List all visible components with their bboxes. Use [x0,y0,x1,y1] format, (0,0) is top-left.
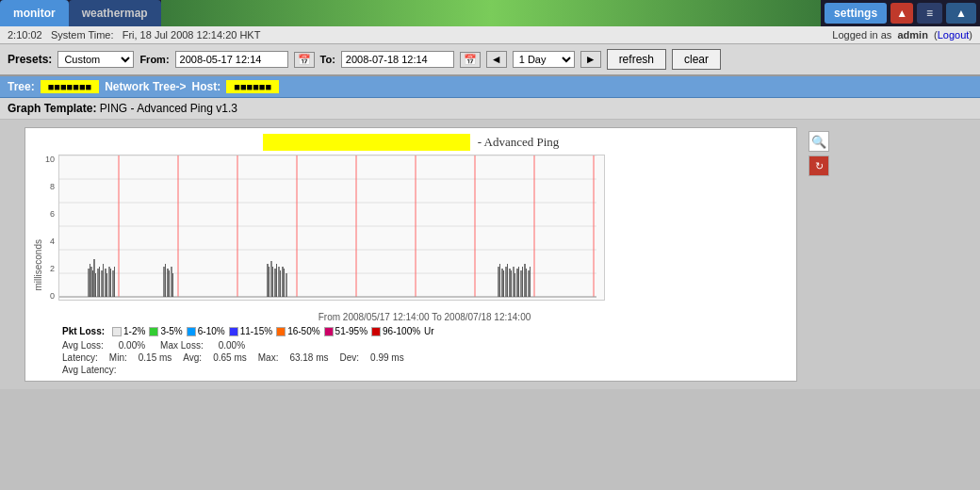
legend: Pkt Loss: 1-2% 3-5% 6-10% [58,326,791,336]
graph-container: - Advanced Ping milliseconds 10 8 6 4 2 … [24,127,797,382]
svg-rect-48 [284,269,285,297]
dev-label: Dev: [340,352,360,363]
legend-label-16-50: 16-50% [287,326,319,336]
presets-label: Presets: [8,53,52,66]
legend-color-11-15 [229,327,238,336]
host-label: Host: [192,80,221,93]
nav-right-buttons: settings ▲ ≡ ▲ [821,0,980,26]
chart-time-range: From 2008/05/17 12:14:00 To 2008/07/18 1… [58,312,791,322]
system-time: 2:10:02 System Time: Fri, 18 Jul 2008 12… [8,29,260,41]
svg-rect-25 [101,270,103,297]
avg-loss-value: 0.00% [119,340,145,351]
svg-rect-38 [172,273,173,297]
legend-3-5: 3-5% [149,326,182,336]
graph-title-bar [263,134,470,151]
dev-value: 0.99 ms [370,352,404,363]
svg-rect-19 [90,267,92,297]
alert-button[interactable]: ▲ [890,3,913,24]
menu-button[interactable]: ≡ [917,3,942,24]
y-2: 2 [50,264,55,273]
y-axis-numbers: 10 8 6 4 2 0 [45,155,58,301]
clock-time: 2:10:02 [8,29,42,41]
y-10: 10 [45,155,55,164]
tree-label: Tree: [8,80,35,93]
svg-rect-61 [518,267,519,297]
system-bar: 2:10:02 System Time: Fri, 18 Jul 2008 12… [0,26,980,44]
to-label: To: [320,54,335,65]
svg-rect-60 [516,269,518,297]
svg-rect-43 [274,269,276,297]
min-value: 0.15 ms [139,352,172,363]
system-time-value: Fri, 18 Jul 2008 12:14:20 HKT [122,29,261,41]
legend-label-51-95: 51-95% [335,326,368,336]
svg-rect-65 [526,269,527,297]
legend-96-100: 96-100% [371,326,420,336]
svg-rect-35 [167,269,169,297]
right-panel: 🔍 ↻ [805,127,833,180]
avg-value: 0.65 ms [213,352,247,363]
legend-1-2: 1-2% [112,326,145,336]
svg-rect-41 [270,261,272,297]
svg-rect-56 [509,269,511,297]
min-label: Min: [109,352,127,363]
latency-label: Latency: [62,352,98,363]
graph-button[interactable]: ▲ [946,3,976,24]
svg-rect-54 [505,267,507,297]
presets-select[interactable]: Custom Last Hour Last Day Last Week Last… [57,51,134,68]
host-node[interactable]: ■■■■■■ [226,80,279,93]
zoom-button[interactable]: 🔍 [808,131,829,152]
refresh-button[interactable]: refresh [607,49,666,70]
logout-link[interactable]: Logout [938,29,970,41]
from-date-input[interactable] [175,51,288,68]
svg-rect-23 [97,269,99,297]
y-axis-label: milliseconds [33,239,43,290]
prev-period-button[interactable]: ◄ [486,51,507,68]
y-8: 8 [50,182,55,191]
nav-gradient [161,0,821,26]
tree-bar: Tree: ■■■■■■■ Network Tree-> Host: ■■■■■… [0,76,980,98]
legend-color-16-50 [276,327,286,336]
legend-label-3-5: 3-5% [160,326,182,336]
svg-rect-30 [110,269,111,297]
graph-template-value: PING - Advanced Ping v1.3 [100,102,237,115]
graph-template-bar: Graph Template: PING - Advanced Ping v1.… [0,98,980,120]
svg-rect-57 [511,270,512,297]
svg-rect-22 [95,273,96,297]
chart-and-labels: Week 21 Week 22 Week 23 Week 24 Week 25 … [58,155,791,375]
tab-monitor[interactable]: monitor [0,0,69,26]
clear-button[interactable]: clear [672,49,721,70]
stats-row-latency: Latency: Min: 0.15 ms Avg: 0.65 ms Max: … [62,352,787,363]
svg-rect-63 [522,267,523,297]
settings-button[interactable]: settings [825,3,887,24]
logged-in: Logged in as admin (Logout) [832,29,972,41]
tree-node[interactable]: ■■■■■■■ [41,80,100,93]
svg-rect-28 [106,273,107,297]
legend-color-96-100 [371,327,381,336]
svg-rect-51 [499,264,500,297]
logged-in-prefix: Logged in as [832,29,891,41]
avg-latency-label: Avg Latency: [62,365,117,375]
from-calendar-button[interactable]: 📅 [294,52,315,68]
stats-row-avg-latency: Avg Latency: [62,365,787,375]
svg-rect-32 [114,267,115,297]
y-4: 4 [50,237,55,246]
from-label: From: [139,54,169,65]
avg-loss-label: Avg Loss: [62,340,104,351]
controls-bar: Presets: Custom Last Hour Last Day Last … [0,44,980,76]
legend-label-6-10: 6-10% [198,326,225,336]
svg-rect-34 [165,264,166,297]
svg-rect-64 [524,264,526,297]
legend-6-10: 6-10% [187,326,225,336]
svg-rect-58 [513,267,514,297]
tree-path: Network Tree-> [105,80,186,93]
to-calendar-button[interactable]: 📅 [460,52,481,68]
period-select[interactable]: 1 Hour 1 Day 1 Week 1 Month [513,51,575,68]
legend-color-1-2 [112,327,122,336]
next-period-button[interactable]: ► [580,51,601,68]
svg-rect-53 [503,270,504,297]
chart-svg: Week 21 Week 22 Week 23 Week 24 Week 25 … [58,155,605,301]
refresh-graph-button[interactable]: ↻ [808,155,829,176]
to-date-input[interactable] [341,51,454,68]
tab-weathermap[interactable]: weathermap [69,0,161,26]
svg-rect-27 [105,269,106,297]
